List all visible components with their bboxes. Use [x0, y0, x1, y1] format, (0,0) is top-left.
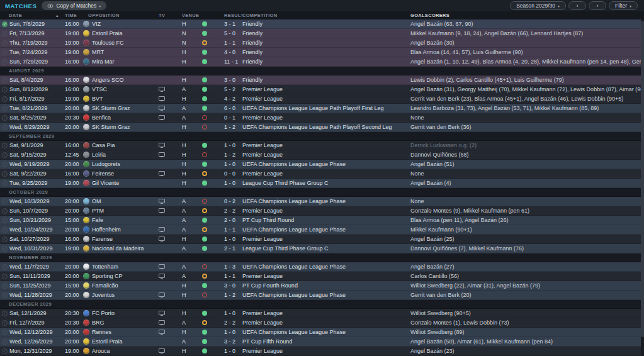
prev-season-button[interactable]: ‹ — [568, 1, 586, 10]
goalscorers-text: Gerrit van den Berk (36) — [409, 124, 644, 130]
match-row[interactable]: ✓ Fri, 8/17/2029 19:00 BVT H 4 - 2 Premi… — [0, 94, 644, 104]
match-row[interactable]: ✓ Fri, 7/13/2029 19:00 Estoril Praia N 5… — [0, 29, 644, 38]
match-row[interactable]: ✓ Sun, 11/11/2029 20:00 Sporting CP A 1 … — [0, 272, 644, 281]
result-indicator-icon — [202, 330, 207, 335]
match-score: 1 - 3 — [224, 264, 242, 270]
match-score: 1 - 1 — [224, 40, 242, 46]
match-row[interactable]: ✓ Wed, 11/28/2029 20:00 Juventus H 1 - 2… — [0, 291, 644, 300]
match-row[interactable]: ✓ Wed, 10/3/2029 20:00 OM A 0 - 2 UEFA C… — [0, 197, 644, 206]
played-check-icon: ✓ — [2, 292, 8, 298]
match-row[interactable]: ✓ Wed, 12/26/2029 20:00 Estoril Praia A … — [0, 337, 644, 347]
column-header-tv[interactable]: TV — [157, 13, 179, 18]
match-row[interactable]: ✓ Wed, 9/19/2029 20:00 Ludogorets H 1 - … — [0, 160, 644, 169]
match-row[interactable]: ✓ Sat, 9/1/2029 16:00 Casa Pia H 1 - 0 P… — [0, 141, 644, 150]
result-indicator-icon — [202, 77, 207, 82]
played-check-icon: ✓ — [2, 218, 8, 223]
goalscorers-text: Angel Bazán (27) — [409, 264, 644, 270]
eye-icon — [47, 4, 54, 8]
column-header-venue[interactable]: VENUE — [179, 13, 200, 18]
goalscorers-text: Angel Bazán (23) — [409, 348, 644, 354]
match-time: 12:45 — [65, 152, 82, 158]
season-selector[interactable]: Season 2029/30 ▾ — [510, 1, 566, 10]
match-row[interactable]: ✓ Sat, 9/15/2029 12:45 Leiria H 1 - 2 Pr… — [0, 150, 644, 160]
opposition-name: Tottenham — [92, 264, 118, 270]
column-header-time[interactable]: TIME — [65, 13, 82, 18]
match-row[interactable]: ✓ Wed, 8/29/2029 20:00 SK Sturm Graz H 1… — [0, 123, 644, 132]
match-date: Wed, 12/12/2029 — [9, 329, 52, 335]
opposition-name: Farense — [92, 236, 113, 242]
club-badge — [83, 236, 89, 242]
match-row[interactable]: ✓ Sun, 7/8/2029 16:00 VIZ H 3 - 1 Friend… — [0, 19, 644, 29]
match-row[interactable]: ✓ Sat, 12/1/2029 20:30 FC Porto H 1 - 0 … — [0, 309, 644, 318]
match-row[interactable]: ✓ Wed, 12/12/2029 20:00 Rennes H 1 - 0 U… — [0, 328, 644, 337]
tv-icon — [159, 87, 165, 91]
result-indicator-icon — [202, 59, 207, 64]
played-check-icon: ✓ — [2, 96, 8, 102]
result-indicator-icon — [202, 274, 207, 279]
match-score: 2 - 0 — [224, 217, 242, 223]
match-row[interactable]: ✓ Sun, 11/25/2029 15:00 Famalicão H 3 - … — [0, 281, 644, 291]
column-header-goalscorers[interactable]: GOALSCORERS — [409, 13, 644, 18]
opposition-name: Casa Pia — [92, 142, 115, 148]
match-row[interactable]: ✓ Tue, 9/25/2029 19:00 Gil Vicente H 1 -… — [0, 179, 644, 188]
match-row[interactable]: ✓ Sun, 7/29/2029 16:00 Mira Mar H 11 - 1… — [0, 57, 644, 67]
played-check-icon: ✓ — [2, 171, 8, 177]
goalscorers-text: Gonzalo Montes (1), Lewis Dobbin (73) — [409, 320, 644, 326]
sort-ascending-icon: ▲ — [55, 14, 59, 18]
page-title: MATCHES — [5, 3, 37, 9]
matches-screen: MATCHES Copy of Matches ▾ Season 2029/30… — [0, 0, 644, 356]
goalscorers-text: Angel Bazán (31), Georgy Mattheij (70), … — [409, 86, 644, 92]
match-score: 6 - 0 — [224, 105, 242, 111]
club-badge — [83, 86, 89, 92]
club-badge — [83, 310, 89, 316]
goalscorers-text: Angel Bazán (51) — [409, 161, 644, 167]
match-row[interactable]: ✓ Tue, 7/24/2029 19:00 MRT H 4 - 0 Frien… — [0, 48, 644, 57]
scrollbar-thumb[interactable] — [641, 21, 644, 337]
club-badge — [83, 226, 89, 233]
match-row[interactable]: ✓ Wed, 10/31/2029 19:00 Nacional da Made… — [0, 244, 644, 253]
column-header-result[interactable]: RESULT — [224, 13, 242, 18]
goalscorers-text: Williot Swedberg (90+5) — [409, 310, 644, 316]
match-row[interactable]: ✓ Sun, 10/7/2029 20:00 PTM A 2 - 2 Premi… — [0, 206, 644, 216]
match-row[interactable]: ✓ Sun, 10/21/2029 15:00 Fafe A 2 - 0 PT … — [0, 216, 644, 225]
match-score: 3 - 0 — [224, 77, 242, 83]
column-header-opposition[interactable]: OPPOSITION — [82, 13, 157, 18]
goalscorers-text: None — [409, 198, 644, 204]
match-score: 4 - 0 — [224, 49, 242, 55]
played-check-icon: ✓ — [2, 31, 8, 36]
goalscorers-text: Williot Swedberg (22), Aimar (31), Angel… — [409, 282, 644, 289]
opposition-name: VIZ — [92, 21, 101, 27]
match-row[interactable]: ✓ Sat, 8/25/2029 20:30 Benfica A 0 - 1 P… — [0, 113, 644, 123]
filter-button[interactable]: Filter ▾ — [609, 1, 638, 10]
match-row[interactable]: ✓ Sun, 8/12/2029 16:00 VTSC A 5 - 2 Prem… — [0, 85, 644, 94]
venue-flag: H — [179, 292, 200, 298]
match-time: 16:00 — [65, 236, 82, 242]
tv-icon — [159, 330, 165, 334]
goalscorers-text: Angel Bazán (25) — [409, 236, 644, 242]
match-row[interactable]: ✓ Wed, 10/24/2029 20:00 Hoffenheim A 1 -… — [0, 225, 644, 235]
match-row[interactable]: ✓ Tue, 8/21/2029 20:00 SK Sturm Graz A 6… — [0, 104, 644, 113]
match-row[interactable]: ✓ Sat, 9/22/2029 16:00 Feirense H 0 - 0 … — [0, 169, 644, 179]
played-check-icon: ✓ — [2, 59, 8, 65]
view-selector[interactable]: Copy of Matches ▾ — [42, 1, 106, 10]
match-row[interactable]: ✓ Mon, 12/31/2029 19:00 Arouca H 1 - 0 P… — [0, 347, 644, 356]
goalscorers-text: None — [409, 114, 644, 121]
scrollbar[interactable] — [641, 19, 644, 356]
match-row[interactable]: ✓ Fri, 12/7/2029 20:30 BRG A 2 - 2 Premi… — [0, 318, 644, 328]
match-row[interactable]: ✓ Sat, 8/4/2029 16:00 Angers SCO H 3 - 0… — [0, 75, 644, 85]
match-row[interactable]: ✓ Sat, 10/27/2029 16:00 Farense H 1 - 0 … — [0, 235, 644, 244]
competition-name: UEFA Champions League League Path Playof… — [242, 105, 409, 111]
match-score: 4 - 2 — [224, 96, 242, 102]
match-row[interactable]: ✓ Wed, 11/7/2029 20:00 Tottenham A 1 - 3… — [0, 262, 644, 272]
result-indicator-icon — [202, 21, 207, 26]
played-check-icon: ✓ — [2, 348, 8, 354]
next-season-button[interactable]: › — [589, 1, 606, 10]
venue-flag: H — [179, 152, 200, 158]
match-row[interactable]: ✓ Thu, 7/19/2029 19:00 Toulouse FC N 1 -… — [0, 38, 644, 48]
column-header-date[interactable]: DATE ▲ — [0, 13, 65, 18]
match-date: Sun, 10/7/2029 — [9, 208, 48, 214]
goalscorers-text: Dannovi Quiñónes (68) — [409, 152, 644, 158]
match-time: 15:00 — [65, 282, 82, 289]
column-header-competition[interactable]: COMPETITION — [242, 13, 409, 18]
result-indicator-icon — [202, 31, 207, 36]
